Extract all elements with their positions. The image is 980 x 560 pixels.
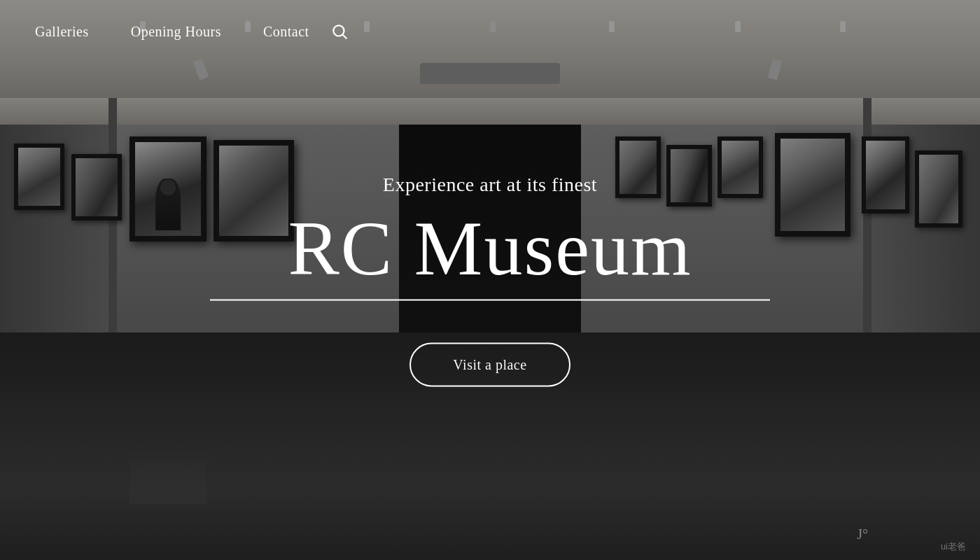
svg-line-1 bbox=[343, 35, 346, 38]
title-underline bbox=[210, 300, 770, 301]
navigation: Galleries Opening Hours Contact bbox=[0, 0, 980, 63]
nav-item-galleries[interactable]: Galleries bbox=[35, 24, 89, 40]
frame-reflection bbox=[130, 448, 206, 504]
watermark-j: J° bbox=[857, 526, 868, 542]
visit-button[interactable]: Visit a place bbox=[410, 343, 570, 387]
nav-link-opening-hours[interactable]: Opening Hours bbox=[131, 24, 221, 39]
hero-section: Galleries Opening Hours Contact Experien… bbox=[0, 0, 980, 560]
nav-item-opening-hours[interactable]: Opening Hours bbox=[131, 24, 221, 40]
svg-point-0 bbox=[333, 25, 344, 36]
search-icon bbox=[330, 22, 349, 41]
nav-link-galleries[interactable]: Galleries bbox=[35, 24, 89, 39]
nav-link-contact[interactable]: Contact bbox=[263, 24, 309, 39]
hero-title-wrapper: RC Museum bbox=[210, 210, 770, 301]
nav-links: Galleries Opening Hours Contact bbox=[35, 24, 309, 40]
nav-item-contact[interactable]: Contact bbox=[263, 24, 309, 40]
watermark-brand: ui老爸 bbox=[941, 541, 966, 552]
watermark-ui8: ui老爸 bbox=[941, 540, 966, 553]
search-button[interactable] bbox=[330, 22, 349, 41]
hero-content: Experience art at its finest RC Museum V… bbox=[210, 174, 770, 387]
hero-title: RC Museum bbox=[288, 210, 692, 287]
hero-subtitle: Experience art at its finest bbox=[210, 174, 770, 196]
